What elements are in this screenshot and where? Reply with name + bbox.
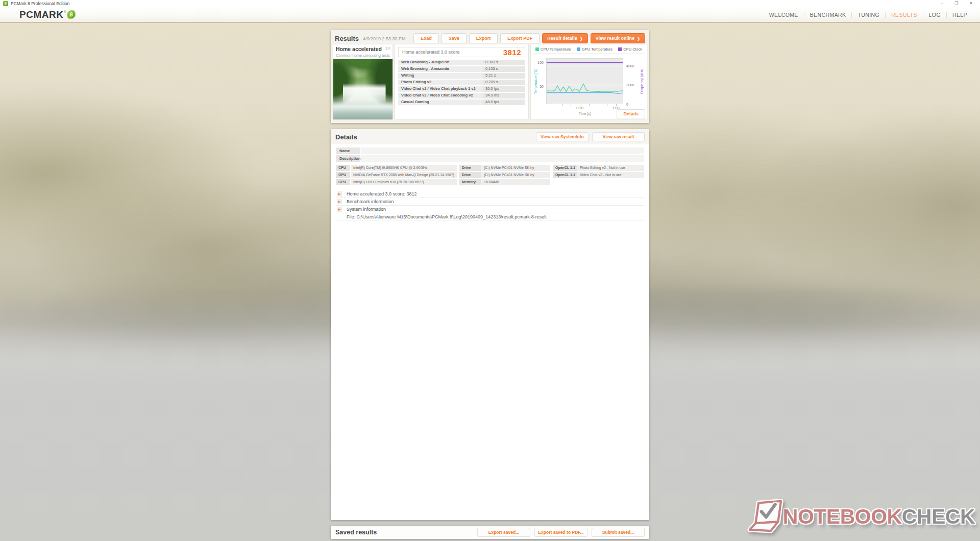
details-body: Name Description CPUIntel(R) Core(TM) i9… [331,144,649,221]
details-panel: Details View raw SystemInfo View raw res… [331,129,649,520]
table-row: Casual Gaming48.0 fps [398,100,525,105]
spec-opencl-1: OpenCL 1.1Photo Editing v2 - Not in use [553,165,644,171]
results-header: Results 4/9/2019 2:53:30 PM Load Save Ex… [333,32,647,44]
system-specs-grid: CPUIntel(R) Core(TM) i9-8950HK CPU @ 2.9… [336,165,644,185]
spec-label: OpenCL 1.1 [553,165,577,171]
result-details-label: Result details [547,36,577,41]
table-row: Video Chat v2 / Video Chat playback 1 v2… [398,86,525,92]
notebookcheck-logo-icon [746,499,786,534]
export-button[interactable]: Export [469,33,498,43]
x-tick-mark [580,104,580,106]
nav-benchmark[interactable]: BENCHMARK [804,12,852,18]
test-value: 34.0 ms [482,93,525,99]
spec-value: Intel(R) UHD Graphics 630 (25.20.100.657… [351,179,457,185]
spec-drive-c: Drive(C:) NVMe PC401 NVMe SK hy [459,165,550,171]
x-tick-mark [562,104,562,106]
results-title: Results [335,35,359,42]
benchmark-card: Home accelerated 3.0 Common home computi… [333,44,393,119]
test-name: Video Chat v2 / Video Chat playback 1 v2 [398,86,482,92]
export-pdf-button[interactable]: Export PDF [500,33,540,43]
results-timestamp: 4/9/2019 2:53:30 PM [363,36,406,41]
legend-label: CPU Clock [623,47,642,52]
benchmark-name: Home accelerated [336,46,382,52]
name-field-row: Name [336,147,644,154]
test-value: 0.209 s [482,80,525,85]
watermark-check: CHECK [902,505,975,528]
test-name: Writing [398,73,482,79]
results-panel: Results 4/9/2019 2:53:30 PM Load Save Ex… [331,30,649,123]
result-file-row: File: C:\Users\Alienware M15\Documents\P… [336,213,644,221]
chart-details-button[interactable]: Details [617,109,645,118]
export-saved-pdf-button[interactable]: Export saved to PDF... [534,528,587,537]
test-results-list: Web Browsing - JunglePin0.303 s Web Brow… [398,60,525,105]
close-button[interactable]: ✕ [969,0,973,7]
expand-score-row[interactable]: ▶ Home accelerated 3.0 score: 3812 [336,190,644,198]
nav-results[interactable]: RESULTS [886,12,923,18]
view-raw-result-button[interactable]: View raw result [592,132,645,141]
spec-opencl-2: OpenCL 1.1Video Chat v2 - Not in use [553,172,644,178]
legend-item: CPU Temperature [535,47,571,52]
chart-plot [546,58,623,104]
description-value[interactable] [361,155,644,162]
export-saved-button[interactable]: Export saved... [477,528,530,537]
nav-welcome[interactable]: WELCOME [764,12,804,18]
legend-label: GPU Temperature [582,47,612,52]
maximize-button[interactable]: ❐ [954,0,958,7]
submit-saved-button[interactable]: Submit saved... [592,528,645,537]
load-button[interactable]: Load [413,33,439,43]
gpu-temperature-swatch-icon [577,47,580,51]
x-tick-mark [553,104,553,106]
test-name: Photo Editing v2 [398,80,482,85]
view-online-label: View result online [596,36,634,41]
table-row: Web Browsing - Amazonia0.133 s [398,66,525,72]
notebookcheck-wordmark: NOTEBOOKCHECK [783,501,975,532]
result-details-button[interactable]: Result details❯ [542,33,587,43]
table-row: Web Browsing - JunglePin0.303 s [398,60,525,65]
notebookcheck-watermark: NOTEBOOKCHECK [746,499,975,534]
description-field-row: Description [336,155,644,162]
spec-label: OpenCL 1.1 [553,172,577,178]
view-raw-systeminfo-button[interactable]: View raw SystemInfo [536,132,589,141]
main-nav: WELCOME BENCHMARK TUNING RESULTS LOG HEL… [764,7,973,22]
expand-benchmark-info-row[interactable]: ▶ Benchmark information [336,198,644,206]
table-row: Writing5.21 s [398,73,525,79]
saved-results-toolbar: Export saved... Export saved to PDF... S… [477,528,645,537]
pcmark-logo: PCMARK ® 8 [19,9,76,20]
x-tick-mark [571,104,571,106]
y-right-tick: 2000 [626,83,634,87]
table-row: Video Chat v2 / Video Chat encoding v234… [398,93,525,99]
content-area: Results 4/9/2019 2:53:30 PM Load Save Ex… [0,22,980,541]
pcmark-logo-text: PCMARK [19,9,63,20]
y-axis-right-ticks: 400020000 [624,58,645,104]
name-label: Name [336,147,360,154]
spec-label: GPU [336,179,350,185]
expand-system-info-row[interactable]: ▶ System information [336,206,644,213]
score-value: 3812 [503,48,521,57]
save-button[interactable]: Save [442,33,467,43]
legend-item: CPU Clock [618,47,642,52]
chevron-right-icon: ❯ [580,37,583,40]
minimize-button[interactable]: – [941,0,943,7]
details-toolbar: View raw SystemInfo View raw result [536,132,645,141]
view-result-online-button[interactable]: View result online❯ [591,33,645,43]
spec-value: Photo Editing v2 - Not in use [577,165,644,171]
nav-log[interactable]: LOG [923,12,947,18]
y-left-tick: 100 [537,60,544,64]
test-name: Web Browsing - JunglePin [398,60,482,65]
benchmark-version: 3.0 [385,46,390,50]
spec-label: Drive [459,165,481,171]
test-value: 30.0 fps [482,86,525,92]
app-icon: 8 [3,1,8,6]
nav-tuning[interactable]: TUNING [852,12,886,18]
x-axis-labels: 0:301:00 [546,106,623,111]
expand-arrow-icon: ▶ [337,191,342,196]
details-title: Details [335,133,357,141]
x-tick-mark [616,104,617,106]
x-axis-tick-marks [546,104,623,106]
nav-help[interactable]: HELP [947,12,973,18]
score-card: Home accelerated 3.0 score 3812 Web Brow… [395,44,528,119]
test-value: 5.21 s [482,73,525,79]
titlebar: 8 PCMark 8 Professional Edition – ❐ ✕ [0,0,980,7]
spec-value: Video Chat v2 - Not in use [577,172,644,178]
name-value[interactable] [361,147,644,154]
